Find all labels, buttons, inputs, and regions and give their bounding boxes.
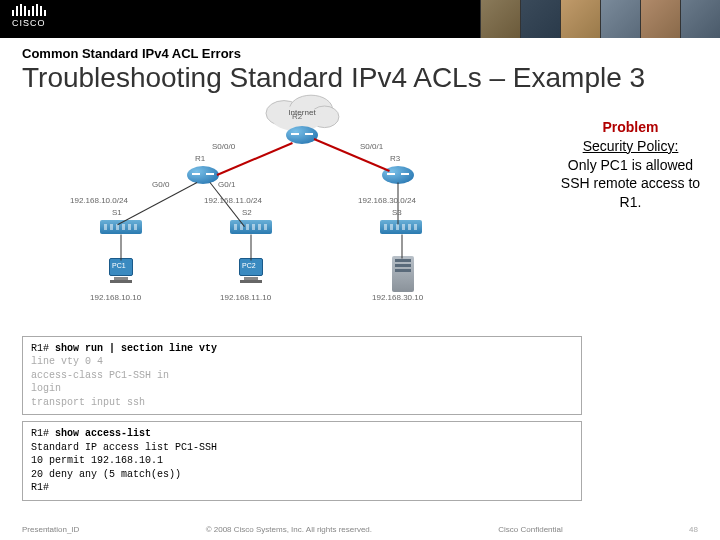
- label-s3: S3: [392, 208, 402, 217]
- slide-title: Troubleshooting Standard IPv4 ACLs – Exa…: [22, 63, 698, 94]
- server: [392, 256, 414, 292]
- network-diagram: Internet: [82, 98, 512, 328]
- terminal-box-2: R1# show access-list Standard IP access …: [22, 421, 582, 501]
- cisco-logo: CISCO: [12, 4, 46, 28]
- problem-policy-text: Only PC1 is allowed SSH remote access to…: [553, 156, 708, 213]
- switch-s3: [380, 220, 422, 234]
- label-net30: 192.168.30.0/24: [358, 196, 416, 205]
- router-r2: [286, 126, 318, 144]
- label-s1: S1: [112, 208, 122, 217]
- label-r2: R2: [292, 112, 302, 121]
- label-g00: G0/0: [152, 180, 169, 189]
- label-ip-pc2: 192.168.11.10: [220, 293, 271, 302]
- slide-kicker: Common Standard IPv4 ACL Errors: [22, 46, 698, 61]
- terminal-box-1: R1# show run | section line vty line vty…: [22, 336, 582, 416]
- label-pc2: PC2: [242, 262, 256, 269]
- problem-header: Problem: [553, 118, 708, 137]
- label-net10: 192.168.10.0/24: [70, 196, 128, 205]
- label-r3: R3: [390, 154, 400, 163]
- switch-s2: [230, 220, 272, 234]
- label-r1: R1: [195, 154, 205, 163]
- label-g01: G0/1: [218, 180, 235, 189]
- problem-policy-label: Security Policy:: [583, 138, 679, 154]
- footer-page: 48: [689, 525, 698, 534]
- footer-confidential: Cisco Confidential: [498, 525, 562, 534]
- label-s2: S2: [242, 208, 252, 217]
- router-r1: [187, 166, 219, 184]
- footer-copyright: © 2008 Cisco Systems, Inc. All rights re…: [206, 525, 372, 534]
- label-ip-pc1: 192.168.10.10: [90, 293, 141, 302]
- terminal-area: R1# show run | section line vty line vty…: [22, 336, 582, 507]
- footer-id: Presentation_ID: [22, 525, 79, 534]
- label-s000: S0/0/0: [212, 142, 235, 151]
- header-bar: CISCO: [0, 0, 720, 38]
- problem-panel: Problem Security Policy: Only PC1 is all…: [553, 118, 708, 212]
- label-pc1: PC1: [112, 262, 126, 269]
- slide-footer: Presentation_ID © 2008 Cisco Systems, In…: [22, 525, 698, 534]
- label-net11: 192.168.11.0/24: [204, 196, 262, 205]
- header-people-strip: [480, 0, 720, 38]
- label-ip-srv: 192.168.30.10: [372, 293, 423, 302]
- label-s001: S0/0/1: [360, 142, 383, 151]
